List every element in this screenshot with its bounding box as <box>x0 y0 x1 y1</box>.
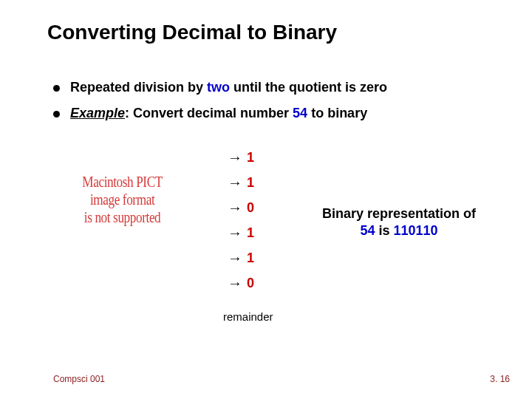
remainder-value: 1 <box>247 250 259 266</box>
pict-line: Macintosh PICT <box>74 173 171 191</box>
binary-representation-caption: Binary representation of 54 is 110110 <box>310 205 488 239</box>
remainder-row: → 0 <box>228 195 259 220</box>
footer-course: Compsci 001 <box>53 374 105 384</box>
remainder-value: 1 <box>247 175 259 191</box>
text-fragment: to binary <box>307 106 367 120</box>
text-fragment: : Convert decimal number <box>125 106 293 120</box>
arrow-icon: → <box>228 275 247 292</box>
bullet-text: Example: Convert decimal number 54 to bi… <box>70 106 367 121</box>
arrow-icon: → <box>228 225 247 242</box>
caption-line: 54 is 110110 <box>310 222 488 239</box>
remainder-value: 0 <box>247 276 259 291</box>
slide-title: Converting Decimal to Binary <box>47 21 337 44</box>
arrow-icon: → <box>228 174 247 191</box>
pict-line: is not supported <box>74 208 171 226</box>
text-fragment: is <box>375 223 393 238</box>
remainder-value: 1 <box>247 150 259 166</box>
pict-line: image format <box>74 191 171 208</box>
example-word: Example <box>70 106 125 120</box>
remainder-row: → 1 <box>228 245 259 270</box>
bullet-text: Repeated division by two until the quoti… <box>70 80 387 95</box>
caption-line: Binary representation of <box>310 205 488 222</box>
emph-two: two <box>207 80 230 95</box>
remainder-column: → 1 → 1 → 0 → 1 → 1 → 0 <box>228 145 259 296</box>
missing-pict-placeholder: Macintosh PICT image format is not suppo… <box>74 173 171 226</box>
arrow-icon: → <box>228 149 247 166</box>
remainder-label: remainder <box>223 310 273 323</box>
remainder-row: → 1 <box>228 220 259 245</box>
footer-page-number: 3. 16 <box>490 374 510 384</box>
bullet-item: Example: Convert decimal number 54 to bi… <box>53 106 387 121</box>
slide: Converting Decimal to Binary Repeated di… <box>0 0 532 399</box>
binary-value: 110110 <box>393 223 437 238</box>
text-fragment: Repeated division by <box>70 80 207 95</box>
arrow-icon: → <box>228 200 247 216</box>
bullet-dot-icon <box>53 85 60 92</box>
remainder-row: → 1 <box>228 170 259 195</box>
bullet-item: Repeated division by two until the quoti… <box>53 80 387 95</box>
source-number: 54 <box>360 223 375 238</box>
remainder-value: 1 <box>247 225 259 241</box>
example-number: 54 <box>293 106 307 120</box>
bullet-dot-icon <box>53 111 60 117</box>
text-fragment: until the quotient is zero <box>230 80 387 95</box>
remainder-row: → 1 <box>228 145 259 170</box>
remainder-row: → 0 <box>228 270 259 296</box>
bullet-list: Repeated division by two until the quoti… <box>53 80 387 132</box>
arrow-icon: → <box>228 250 247 267</box>
remainder-value: 0 <box>247 200 259 216</box>
